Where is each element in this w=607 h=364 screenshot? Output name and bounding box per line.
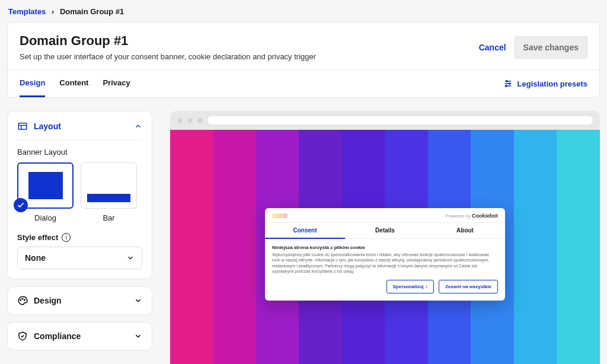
cancel-button[interactable]: Cancel [479, 43, 506, 52]
consent-banner: Powered by Cookiebot Consent Details Abo… [265, 208, 505, 300]
panel-layout-title: Layout [34, 122, 61, 131]
sliders-icon [503, 79, 513, 88]
svg-point-9 [20, 299, 21, 301]
browser-url-bar [207, 116, 593, 124]
preview-stage: Powered by Cookiebot Consent Details Abo… [170, 130, 600, 364]
breadcrumb: Templates › Domain Group #1 [7, 7, 600, 16]
bar-preview-icon [87, 194, 130, 202]
browser-chrome [170, 111, 600, 130]
chevron-up-icon [134, 122, 142, 130]
chevron-down-icon [134, 296, 142, 305]
style-effect-value: None [25, 253, 46, 263]
svg-rect-6 [18, 123, 27, 130]
palette-icon [17, 295, 28, 306]
tab-design[interactable]: Design [20, 70, 45, 97]
style-effect-label: Style effect [17, 233, 58, 242]
preview-area: Powered by Cookiebot Consent Details Abo… [170, 111, 600, 364]
panel-layout: Layout Banner Layout [7, 111, 152, 279]
svg-point-11 [24, 299, 25, 301]
breadcrumb-current: Domain Group #1 [60, 7, 124, 16]
dialog-preview-icon [28, 172, 63, 199]
tab-content[interactable]: Content [59, 70, 88, 97]
panel-design[interactable]: Design [7, 286, 152, 315]
check-icon [14, 198, 28, 212]
header-card: Domain Group #1 Set up the user interfac… [7, 22, 600, 98]
banner-tab-about[interactable]: About [425, 223, 505, 238]
svg-point-10 [22, 298, 23, 299]
panel-compliance[interactable]: Compliance [7, 322, 152, 350]
legislation-presets-button[interactable]: Legislation presets [503, 70, 587, 97]
powered-by-text: Powered by [446, 213, 471, 219]
layout-option-bar-caption: Bar [81, 213, 137, 222]
chevron-down-icon [126, 254, 135, 262]
layout-option-dialog[interactable] [17, 162, 74, 209]
legislation-presets-label: Legislation presets [517, 79, 587, 88]
banner-logo-icon [272, 213, 287, 218]
banner-allow-all-button[interactable]: Zezwól na wszystkie [439, 280, 498, 293]
banner-heading: Niniejsza strona korzysta z plików cooki… [272, 245, 498, 250]
panel-layout-header[interactable]: Layout [17, 121, 142, 132]
tab-privacy[interactable]: Privacy [103, 70, 130, 97]
page-title: Domain Group #1 [20, 33, 316, 49]
page-subtitle: Set up the user interface of your consen… [20, 52, 316, 61]
layout-icon [17, 121, 28, 132]
banner-layout-label: Banner Layout [17, 148, 142, 157]
layout-option-bar[interactable] [81, 162, 137, 209]
panel-design-title: Design [34, 296, 62, 305]
chevron-right-icon: › [52, 7, 54, 16]
browser-dot-icon [197, 118, 203, 123]
style-effect-select[interactable]: None [17, 247, 142, 269]
banner-customize-button[interactable]: Spersonalizuj › [386, 280, 435, 293]
powered-by-label: Powered by Cookiebot [446, 213, 498, 219]
chevron-down-icon [134, 332, 142, 340]
banner-tab-details[interactable]: Details [345, 223, 425, 238]
banner-tab-consent[interactable]: Consent [265, 223, 345, 239]
powered-by-brand: Cookiebot [472, 213, 498, 219]
breadcrumb-parent[interactable]: Templates [8, 7, 46, 16]
chevron-right-icon: › [426, 284, 428, 289]
info-icon[interactable]: i [62, 233, 71, 242]
banner-body-text: Wykorzystujemy pliki cookie do spersonal… [272, 252, 498, 273]
shield-icon [17, 331, 28, 341]
layout-option-dialog-caption: Dialog [17, 213, 74, 222]
panel-compliance-title: Compliance [34, 331, 81, 341]
save-changes-button[interactable]: Save changes [515, 36, 587, 59]
banner-customize-label: Spersonalizuj [393, 284, 424, 289]
browser-dot-icon [187, 118, 193, 123]
browser-dot-icon [177, 118, 183, 123]
